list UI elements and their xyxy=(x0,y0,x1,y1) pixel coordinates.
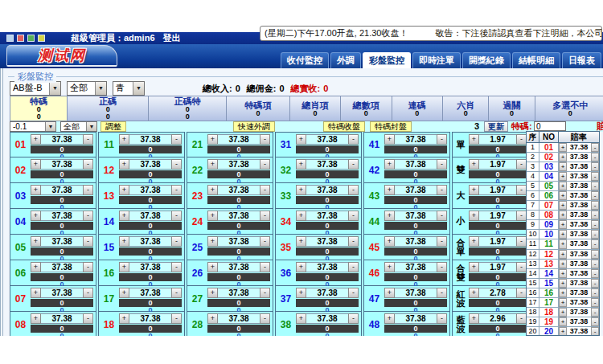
odds-value[interactable]: 37.38 xyxy=(395,288,437,298)
odds-increase-button[interactable]: + xyxy=(207,236,218,247)
odds-increase-button[interactable]: + xyxy=(119,313,129,324)
odds-value[interactable]: 1.97 xyxy=(479,159,516,170)
odds-increase-button[interactable]: + xyxy=(559,250,567,259)
odds-increase-button[interactable]: + xyxy=(207,262,218,272)
odds-value[interactable]: 37.38 xyxy=(129,288,171,298)
odds-increase-button[interactable]: + xyxy=(296,288,306,298)
odds-value[interactable]: 37.38 xyxy=(41,236,83,247)
odds-increase-button[interactable]: + xyxy=(296,134,306,145)
odds-decrease-button[interactable]: - xyxy=(348,313,359,324)
odds-value[interactable]: 37.38 xyxy=(218,134,260,145)
odds-value[interactable]: 37.38 xyxy=(567,288,591,297)
odds-increase-button[interactable]: + xyxy=(119,211,129,221)
odds-value[interactable]: 37.38 xyxy=(306,185,348,195)
odds-value[interactable]: 37.38 xyxy=(41,185,83,195)
special-seal-button[interactable]: 特碼封盤 xyxy=(370,121,412,132)
odds-value[interactable]: 37.38 xyxy=(129,159,171,170)
odds-increase-button[interactable]: + xyxy=(469,236,479,247)
odds-value[interactable]: 1.97 xyxy=(479,134,516,145)
odds-decrease-button[interactable]: - xyxy=(348,262,359,272)
odds-value[interactable]: 37.38 xyxy=(395,185,437,195)
odds-increase-button[interactable]: + xyxy=(469,185,479,195)
odds-decrease-button[interactable]: - xyxy=(171,185,182,195)
odds-decrease-button[interactable]: - xyxy=(348,236,359,247)
odds-value[interactable]: 37.38 xyxy=(567,250,591,259)
odds-increase-button[interactable]: + xyxy=(559,153,567,162)
odds-decrease-button[interactable]: - xyxy=(260,185,270,195)
odds-increase-button[interactable]: + xyxy=(559,182,567,190)
odds-increase-button[interactable]: + xyxy=(207,211,218,221)
odds-increase-button[interactable]: + xyxy=(559,230,567,239)
odds-decrease-button[interactable]: - xyxy=(591,317,599,326)
odds-value[interactable]: 37.38 xyxy=(567,308,591,317)
odds-increase-button[interactable]: + xyxy=(296,236,306,247)
odds-increase-button[interactable]: + xyxy=(559,308,567,317)
odds-increase-button[interactable]: + xyxy=(559,288,567,297)
odds-increase-button[interactable]: + xyxy=(207,313,218,324)
odds-increase-button[interactable]: + xyxy=(31,211,41,221)
odds-decrease-button[interactable]: - xyxy=(437,185,447,195)
odds-value[interactable]: 37.38 xyxy=(129,262,171,272)
odds-increase-button[interactable]: + xyxy=(559,172,567,181)
step-select[interactable]: -0.1 ▼ xyxy=(10,121,56,132)
odds-value[interactable]: 37.38 xyxy=(395,211,437,221)
odds-value[interactable]: 37.38 xyxy=(395,262,437,272)
odds-decrease-button[interactable]: - xyxy=(591,162,599,171)
odds-increase-button[interactable]: + xyxy=(559,191,567,200)
odds-value[interactable]: 37.38 xyxy=(567,269,591,278)
odds-value[interactable]: 37.38 xyxy=(567,239,591,248)
odds-increase-button[interactable]: + xyxy=(384,134,395,145)
odds-decrease-button[interactable]: - xyxy=(437,134,447,145)
odds-increase-button[interactable]: + xyxy=(384,288,395,298)
odds-increase-button[interactable]: + xyxy=(559,220,567,229)
odds-decrease-button[interactable]: - xyxy=(591,250,599,259)
odds-value[interactable]: 37.38 xyxy=(567,201,591,210)
tab-external-adjust[interactable]: 外調 xyxy=(330,52,361,68)
odds-increase-button[interactable]: + xyxy=(31,159,41,170)
odds-value[interactable]: 37.38 xyxy=(218,288,260,298)
odds-value[interactable]: 2.96 xyxy=(479,313,516,324)
tab-payment-monitor[interactable]: 收付監控 xyxy=(281,52,329,68)
odds-decrease-button[interactable]: - xyxy=(83,262,93,272)
odds-increase-button[interactable]: + xyxy=(119,288,129,298)
odds-increase-button[interactable]: + xyxy=(31,288,41,298)
odds-decrease-button[interactable]: - xyxy=(171,313,182,324)
odds-increase-button[interactable]: + xyxy=(559,327,567,336)
odds-increase-button[interactable]: + xyxy=(119,236,129,247)
odds-decrease-button[interactable]: - xyxy=(591,172,599,181)
odds-increase-button[interactable]: + xyxy=(384,262,395,272)
odds-decrease-button[interactable]: - xyxy=(171,236,182,247)
odds-value[interactable]: 37.38 xyxy=(567,182,591,190)
odds-increase-button[interactable]: + xyxy=(559,162,567,171)
odds-decrease-button[interactable]: - xyxy=(591,230,599,239)
odds-decrease-button[interactable]: - xyxy=(260,134,270,145)
odds-increase-button[interactable]: + xyxy=(559,201,567,210)
odds-increase-button[interactable]: + xyxy=(469,313,479,324)
odds-decrease-button[interactable]: - xyxy=(437,313,447,324)
tab-settlement-detail[interactable]: 結帳明細 xyxy=(512,52,560,68)
odds-increase-button[interactable]: + xyxy=(559,239,567,248)
odds-increase-button[interactable]: + xyxy=(559,143,567,152)
odds-value[interactable]: 37.38 xyxy=(306,134,348,145)
odds-increase-button[interactable]: + xyxy=(207,134,218,145)
odds-value[interactable]: 37.38 xyxy=(41,134,83,145)
odds-value[interactable]: 37.38 xyxy=(567,279,591,288)
odds-increase-button[interactable]: + xyxy=(31,262,41,272)
odds-value[interactable]: 37.38 xyxy=(41,288,83,298)
odds-decrease-button[interactable]: - xyxy=(348,134,359,145)
odds-value[interactable]: 37.38 xyxy=(567,143,591,152)
chevron-down-icon[interactable]: ▼ xyxy=(95,82,106,95)
odds-decrease-button[interactable]: - xyxy=(83,211,93,221)
odds-value[interactable]: 37.38 xyxy=(567,230,591,239)
odds-increase-button[interactable]: + xyxy=(559,317,567,326)
odds-increase-button[interactable]: + xyxy=(469,211,479,221)
odds-value[interactable]: 1.97 xyxy=(479,211,516,221)
odds-decrease-button[interactable]: - xyxy=(83,313,93,324)
quick-external-adjust-button[interactable]: 快速外調 xyxy=(233,121,275,132)
odds-decrease-button[interactable]: - xyxy=(437,159,447,170)
odds-value[interactable]: 37.38 xyxy=(129,185,171,195)
odds-increase-button[interactable]: + xyxy=(119,159,129,170)
odds-increase-button[interactable]: + xyxy=(31,236,41,247)
odds-increase-button[interactable]: + xyxy=(31,134,41,145)
odds-increase-button[interactable]: + xyxy=(559,279,567,288)
